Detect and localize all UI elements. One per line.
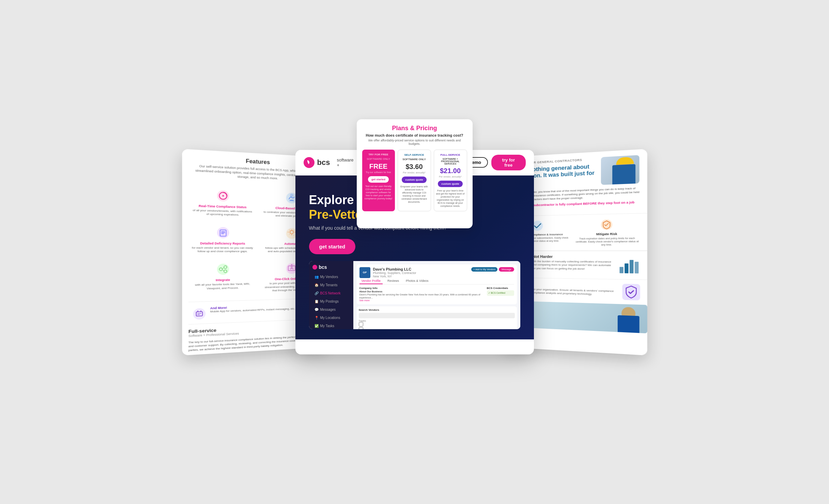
vendor-tab-profile[interactable]: Vendor Profile [359, 278, 383, 284]
sidebar-item-bcs-network[interactable]: 🔗 BCS Network [312, 290, 350, 297]
sidebar-label-tasks: My Tasks [320, 324, 335, 328]
company-desc: Dave's Plumbing has be servicing the Gre… [359, 293, 485, 299]
sidebar-item-messages[interactable]: 💬 Messages [312, 306, 350, 313]
svg-point-12 [217, 263, 229, 275]
scene: Features Our self-service solution provi… [210, 129, 619, 375]
pricing-title: Plans & Pricing [362, 125, 467, 132]
self-col-label: Self-Service [400, 153, 429, 156]
and-more-text: And More! Mobile App for vendors, automa… [210, 304, 295, 314]
integrate-icon [215, 262, 230, 276]
pricing-full-col: Full-Service SOFTWARE + PROFESSIONAL SER… [434, 150, 467, 212]
try-for-free-button[interactable]: try for free [491, 155, 526, 170]
right-person-body [617, 315, 639, 333]
free-col-label: Try for Free [364, 153, 393, 156]
full-cta-button[interactable]: custom quote [438, 181, 462, 187]
vendor-info: Dave's Plumbing LLC Plumbing, Suppliers,… [373, 267, 416, 278]
add-vendor-button[interactable]: + Add to My Vendors [471, 267, 497, 272]
feature-3-title: Detailed Deficiency Reports [191, 241, 253, 245]
vendors-icon: 👥 [314, 275, 319, 279]
mitigate-title: Mitigate Risk [573, 232, 641, 236]
free-period: Try our software for free [364, 171, 393, 173]
feature-1-desc: of all your vendors/tenants, with notifi… [191, 208, 253, 217]
vendor-tab-photos[interactable]: Photos & Videos [404, 278, 430, 284]
self-col-desc: Empower your teams with advanced tools t… [400, 185, 429, 204]
sidebar-label-messages: Messages [320, 308, 336, 311]
locations-icon: 📍 [314, 316, 319, 320]
pricing-free-col: Try for Free SOFTWARE ONLY FREE Try our … [362, 150, 395, 212]
full-col-desc: Free up your team's time and get the hig… [436, 189, 465, 208]
svg-point-21 [193, 308, 205, 319]
sidebar-item-tasks[interactable]: ✅ My Tasks [312, 322, 350, 329]
free-col-type: SOFTWARE ONLY [364, 157, 393, 161]
full-col-label: Full-Service [436, 153, 465, 156]
pricing-columns: Try for Free SOFTWARE ONLY FREE Try our … [362, 150, 467, 212]
svg-rect-30 [634, 261, 638, 273]
sidebar-label-locations: My Locations [320, 316, 340, 320]
app-sidebar: bcs 👥 My Vendors 🏠 My Tenants 🔗 BCS Netw… [309, 261, 353, 329]
company-info-label: Company Info [359, 287, 485, 290]
compliance-icon [215, 188, 230, 203]
sidebar-label-postings: My Postings [320, 300, 339, 303]
tasks-icon: ✅ [314, 324, 319, 328]
svg-rect-29 [629, 260, 633, 273]
credentials-label: BCS Credentials [487, 287, 514, 290]
trade-appliances[interactable]: Appliances [359, 322, 515, 327]
sidebar-item-my-vendors[interactable]: 👥 My Vendors [312, 273, 350, 280]
feature-5-title: Integrate [191, 278, 253, 282]
vendor-subtitle: Plumbing, Suppliers, Contractor [373, 271, 416, 275]
mitigate-desc: Track expiration dates and policy limits… [573, 236, 641, 246]
vendor-tab-reviews[interactable]: Reviews [385, 278, 401, 284]
vendor-profile-card: GP Dave's Plumbing LLC Plumbing, Supplie… [357, 264, 517, 304]
tenants-icon: 🏠 [314, 283, 319, 287]
trades-list: Appliances Architecture Awnings Boiler R… [359, 322, 515, 329]
feature-item-compliance: Real-Time Compliance Status of all your … [188, 184, 256, 220]
reports-icon [215, 225, 230, 239]
app-content: GP Dave's Plumbing LLC Plumbing, Supplie… [353, 261, 520, 329]
right-feature-mitigate: Mitigate Risk Track expiration dates and… [573, 217, 641, 246]
get-started-button[interactable]: get started [309, 239, 356, 254]
vendor-actions: + Add to My Vendors Message [471, 267, 514, 272]
sidebar-item-my-tenants[interactable]: 🏠 My Tenants [312, 281, 350, 289]
pricing-subtitle: How much does certificate of insurance t… [362, 133, 467, 137]
logo-icon [304, 157, 314, 168]
vendor-avatar-text: GP [363, 271, 367, 274]
self-cta-button[interactable]: custom quote [402, 177, 426, 183]
sidebar-label-network: BCS Network [320, 291, 341, 295]
free-col-desc: Test out our user-friendly COI tracking … [364, 185, 393, 200]
sidebar-label-tenants: My Tenants [320, 283, 338, 287]
pricing-card: Plans & Pricing How much does certificat… [357, 119, 473, 228]
sidebar-brand: bcs [319, 264, 327, 270]
helmet-shape [616, 156, 634, 164]
nav-software[interactable]: software + [337, 157, 353, 168]
sidebar-item-postings[interactable]: 📋 My Postings [312, 298, 350, 305]
see-more-link[interactable]: See more [359, 299, 485, 302]
full-period: Per vendor, annually* [436, 175, 465, 178]
self-period: Per vendor, annually* [400, 171, 429, 174]
sidebar-logo-icon [312, 265, 317, 270]
free-cta-button[interactable]: get started [368, 176, 389, 183]
message-vendor-button[interactable]: Message [499, 267, 514, 272]
sidebar-item-locations[interactable]: 📍 My Locations [312, 314, 350, 321]
network-icon: 🔗 [314, 291, 319, 295]
messages-icon: 💬 [314, 308, 319, 311]
vendor-search-field[interactable] [359, 313, 515, 318]
full-price: $21.00 [436, 167, 465, 175]
search-title: Search Vendors [359, 308, 515, 311]
vendor-location: New York, NY [373, 275, 416, 278]
credential-badge: ✓ BCS Certified [487, 290, 514, 296]
self-price: $3.60 [400, 163, 429, 171]
vendor-tabs: Vendor Profile Reviews Photos & Videos [359, 278, 514, 285]
app-sidebar-logo: bcs [312, 264, 350, 270]
feature-item-integrate: Integrate with all your favorite tools l… [188, 259, 256, 297]
brand-logo: bcs [304, 157, 330, 168]
feature-item-reports: Detailed Deficiency Reports for each ven… [188, 222, 256, 256]
about-label: About Our Business [359, 290, 485, 293]
self-col-type: SOFTWARE ONLY [400, 158, 429, 161]
vendor-avatar: GP [359, 267, 370, 278]
svg-rect-27 [619, 267, 623, 273]
vendor-header: GP Dave's Plumbing LLC Plumbing, Supplie… [359, 267, 514, 278]
vendor-name: Dave's Plumbing LLC [373, 267, 416, 271]
mitigate-icon [600, 218, 613, 231]
trade-architecture[interactable]: Architecture [359, 327, 515, 329]
postings-icon: 📋 [314, 300, 319, 303]
